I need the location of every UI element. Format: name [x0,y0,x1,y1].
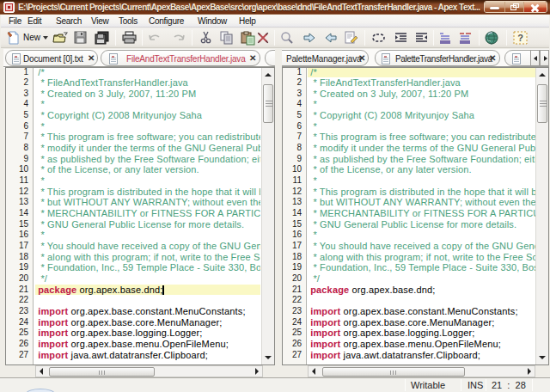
svg-text:?: ? [517,33,523,43]
